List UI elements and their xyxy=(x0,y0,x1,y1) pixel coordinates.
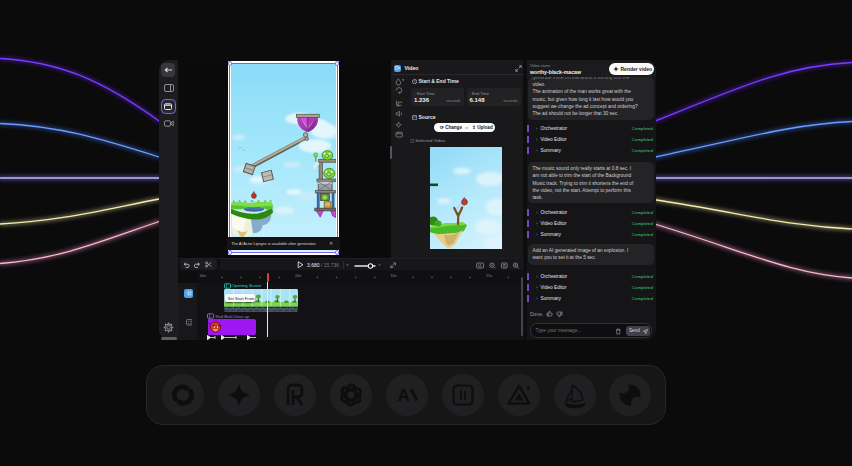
svg-text:A: A xyxy=(398,386,410,405)
